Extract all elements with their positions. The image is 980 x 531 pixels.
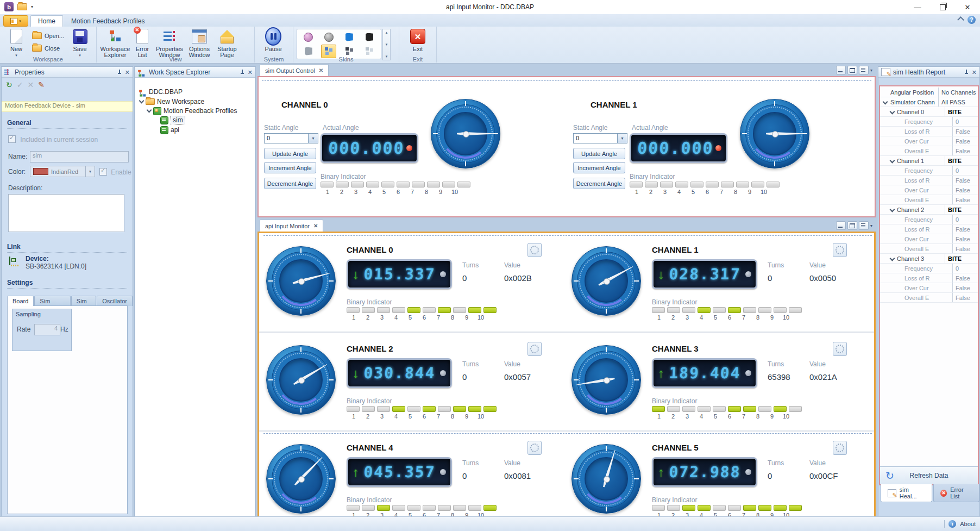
channel-settings-button[interactable] — [527, 342, 542, 356]
decrement-angle-button[interactable]: Decrement Angle — [573, 178, 625, 189]
health-report-row[interactable]: Frequency0 — [880, 215, 978, 224]
health-report-row[interactable]: Over CurFalse — [880, 185, 978, 195]
static-angle-dropdown[interactable]: 0▼ — [573, 133, 627, 143]
tab-sim-output-control[interactable]: sim Output Control✕ — [260, 64, 329, 76]
increment-angle-button[interactable]: Increment Angle — [264, 162, 316, 173]
about-button[interactable]: About — [960, 521, 976, 527]
health-report-row[interactable]: Loss of RFalse — [880, 127, 978, 136]
close-workspace-button[interactable]: Close — [30, 43, 66, 53]
health-report-row[interactable]: Channel 0BITE — [880, 107, 978, 117]
maximize-pane-icon[interactable] — [847, 221, 857, 230]
static-angle-dropdown[interactable]: 0▼ — [264, 133, 318, 143]
rate-field[interactable]: 4 — [34, 324, 60, 335]
enable-checkbox[interactable]: Enable — [99, 168, 131, 176]
tab-sim-pairs[interactable]: Sim Pairs — [71, 296, 96, 306]
restore-button[interactable] — [930, 0, 955, 14]
tree-node-workspace[interactable]: New Workspace — [140, 97, 204, 106]
close-panel-icon[interactable]: ✕ — [125, 70, 130, 75]
health-report-row[interactable]: Angular PositionNo Channels — [880, 88, 978, 97]
close-panel-icon[interactable]: ✕ — [248, 70, 253, 75]
tree-node-profiles[interactable]: Motion Feedback Profiles — [147, 107, 237, 115]
channel-settings-button[interactable] — [527, 441, 542, 455]
exit-button[interactable]: ✕ Exit — [403, 28, 433, 52]
channel-settings-button[interactable] — [527, 243, 542, 257]
new-button[interactable]: New▾ — [3, 28, 29, 58]
tab-error-list[interactable]: ✕ Error List — [933, 484, 979, 502]
health-report-row[interactable]: Channel 2BITE — [880, 205, 978, 215]
channel-settings-button[interactable] — [833, 243, 847, 257]
workspace-explorer-button[interactable]: Workspace Explorer — [100, 28, 130, 58]
health-report-row[interactable]: Frequency0 — [880, 166, 978, 176]
skin-gray-circle-skin[interactable] — [321, 30, 336, 44]
health-report-row[interactable]: Simulator ChannAll PASS — [880, 97, 978, 107]
included-in-session-checkbox[interactable]: Included in current session — [8, 135, 98, 143]
minimize-pane-icon[interactable] — [836, 221, 846, 230]
color-dropdown[interactable]: IndianRed ▼ — [30, 166, 95, 177]
health-report-row[interactable]: Loss of RFalse — [880, 224, 978, 234]
maximize-pane-icon[interactable] — [847, 66, 857, 74]
refresh-data-button[interactable]: ↻ Refresh Data — [880, 466, 978, 484]
pane-menu-icon[interactable]: ▾ — [870, 223, 872, 228]
apply-icon[interactable]: ✓ — [17, 80, 23, 89]
tree-node-root[interactable]: DDC.DBAP — [139, 88, 183, 96]
startup-page-button[interactable]: Startup Page — [214, 28, 240, 58]
decrement-angle-button[interactable]: Decrement Angle — [264, 178, 316, 189]
close-tab-icon[interactable]: ✕ — [313, 223, 318, 229]
tab-sim-channels[interactable]: Sim Channels — [34, 296, 70, 306]
minimize-button[interactable]: — — [905, 0, 930, 14]
properties-window-button[interactable]: Properties Window — [154, 28, 185, 58]
edit-pencil-icon[interactable]: ✎ — [38, 80, 45, 89]
minimize-pane-icon[interactable] — [836, 66, 846, 74]
tab-oscillator[interactable]: Oscillator — [97, 296, 133, 306]
channel-settings-button[interactable] — [833, 342, 847, 356]
open-button[interactable]: Open... — [30, 31, 66, 40]
pane-layout-icon[interactable] — [859, 66, 869, 74]
health-report-row[interactable]: Overall EFalse — [880, 244, 978, 254]
health-report-row[interactable]: Overall EFalse — [880, 195, 978, 205]
health-report-row[interactable]: Over CurFalse — [880, 234, 978, 244]
options-window-button[interactable]: Options Window — [186, 28, 213, 58]
discard-icon[interactable]: ✕ — [27, 80, 34, 89]
health-report-row[interactable]: Channel 1BITE — [880, 156, 978, 166]
pin-icon[interactable] — [240, 70, 245, 75]
close-panel-icon[interactable]: ✕ — [972, 70, 977, 75]
tab-sim-health[interactable]: sim Heal... — [881, 484, 932, 502]
skin-pink-circle-skin[interactable] — [301, 30, 316, 44]
tree-node-api[interactable]: api — [160, 126, 179, 134]
health-report-row[interactable]: Over CurFalse — [880, 283, 978, 293]
health-report-row[interactable]: Loss of RFalse — [880, 176, 978, 185]
skin-blue-office-skin[interactable] — [342, 30, 357, 44]
help-icon[interactable]: ? — [968, 16, 976, 24]
close-button[interactable]: ✕ — [955, 0, 980, 14]
health-report-row[interactable]: Overall EFalse — [880, 146, 978, 156]
close-tab-icon[interactable]: ✕ — [319, 67, 323, 73]
health-report-row[interactable]: Overall EFalse — [880, 293, 978, 303]
increment-angle-button[interactable]: Increment Angle — [573, 162, 625, 173]
quick-access-dropdown-icon[interactable]: ▾ — [31, 4, 33, 9]
pin-icon[interactable] — [964, 70, 969, 75]
open-folder-icon[interactable] — [17, 3, 27, 10]
collapse-ribbon-icon[interactable] — [957, 16, 964, 23]
pause-button[interactable]: Pause — [258, 28, 288, 52]
name-field[interactable]: sim — [30, 151, 129, 163]
pane-menu-icon[interactable]: ▾ — [870, 68, 872, 73]
refresh-properties-icon[interactable]: ↻ — [6, 80, 12, 89]
tab-board[interactable]: Board — [7, 296, 34, 306]
skin-black-office-skin[interactable] — [362, 30, 377, 44]
health-report-row[interactable]: Loss of RFalse — [880, 273, 978, 283]
tab-home[interactable]: Home — [30, 15, 63, 27]
health-report-row[interactable]: Channel 3BITE — [880, 254, 978, 264]
application-menu-button[interactable]: ▾ — [3, 15, 28, 27]
health-report-row[interactable]: Frequency0 — [880, 264, 978, 273]
update-angle-button[interactable]: Update Angle — [573, 148, 625, 159]
expander-icon[interactable] — [139, 98, 145, 104]
update-angle-button[interactable]: Update Angle — [264, 148, 316, 159]
description-field[interactable] — [8, 194, 124, 232]
save-button[interactable]: Save▾ — [67, 28, 93, 58]
error-list-button[interactable]: ✕ Error List — [131, 28, 153, 58]
pin-icon[interactable] — [117, 70, 122, 75]
health-report-row[interactable]: Frequency0 — [880, 117, 978, 127]
channel-settings-button[interactable] — [833, 441, 847, 455]
tree-node-sim[interactable]: sim — [160, 116, 185, 124]
tab-api-input-monitor[interactable]: api Input Monitor✕ — [260, 220, 323, 232]
